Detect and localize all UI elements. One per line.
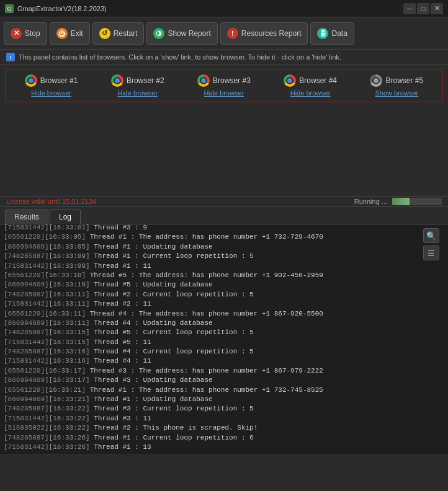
- show-report-icon: ◑: [153, 28, 164, 39]
- log-line: [65561220][16:33:17] Thread #3 : The add…: [4, 366, 444, 376]
- browser-item-2: Browser #2 Hide browser: [111, 74, 164, 97]
- chrome-icon-5-gray: [370, 74, 382, 87]
- browser-item-5: Browser #5 Show browser: [370, 74, 423, 97]
- browser-item-4: Browser #4 Hide browser: [284, 74, 337, 97]
- log-line: [748285887][16:33:16] Thread #4 : Curren…: [4, 347, 444, 356]
- tab-log[interactable]: Log: [50, 210, 81, 224]
- log-line: [715831442][16:33:11] Thread #2 : 11: [4, 299, 444, 309]
- browser-1-top: Browser #1: [25, 74, 78, 87]
- chrome-icon-3: [197, 74, 210, 87]
- info-bar: i This panel contains list of browsers. …: [0, 50, 448, 65]
- search-log-button[interactable]: 🔍: [423, 228, 439, 243]
- log-line: [866994609][16:33:10] Thread #5 : Updati…: [4, 280, 444, 290]
- restart-label: Restart: [114, 29, 138, 38]
- chrome-icon-2: [111, 74, 123, 87]
- browser-5-action[interactable]: Show browser: [375, 89, 418, 97]
- log-line: [65561220][16:33:05] Thread #1 : The add…: [4, 232, 444, 242]
- restart-button[interactable]: ↺ Restart: [92, 22, 145, 45]
- progress-fill: [392, 198, 410, 205]
- resources-report-button[interactable]: ! Resources Report: [220, 22, 308, 45]
- log-line: [715831442][16:33:22] Thread #3 : 11: [4, 414, 444, 423]
- show-report-button[interactable]: ◑ Show Report: [146, 22, 217, 45]
- log-line: [866994609][16:33:21] Thread #1 : Updati…: [4, 395, 444, 404]
- log-line: [715831442][16:33:09] Thread #1 : 11: [4, 262, 444, 271]
- log-line: [516835022][16:33:22] Thread #2 : This p…: [4, 423, 444, 433]
- running-area: Running ...: [354, 198, 442, 205]
- title-bar-controls: ─ □ ✕: [403, 3, 443, 14]
- info-icon: i: [6, 53, 15, 61]
- browser-4-name: Browser #4: [299, 76, 337, 85]
- title-bar: G GmapExtractorV2(18.2.2023) ─ □ ✕: [0, 0, 448, 17]
- toolbar: ✕ Stop ⏻ Exit ↺ Restart ◑ Show Report ! …: [0, 17, 448, 50]
- browser-3-name: Browser #3: [213, 76, 251, 85]
- title-bar-left: G GmapExtractorV2(18.2.2023): [5, 4, 107, 13]
- chrome-icon-4: [284, 74, 296, 87]
- log-line: [748285887][16:33:26] Thread #1 : Curren…: [4, 433, 444, 443]
- separator-dots[interactable]: ......: [0, 187, 448, 196]
- stop-label: Stop: [25, 29, 40, 38]
- data-label: Data: [331, 29, 347, 38]
- browser-item-1: Browser #1 Hide browser: [25, 74, 78, 97]
- browser-5-name: Browser #5: [385, 76, 423, 85]
- browser-4-action[interactable]: Hide browser: [290, 89, 331, 97]
- exit-icon: ⏻: [56, 28, 68, 39]
- show-report-label: Show Report: [168, 29, 210, 38]
- progress-bar: [392, 198, 442, 205]
- running-label: Running ...: [354, 198, 387, 205]
- log-line: [748285887][16:33:22] Thread #3 : Curren…: [4, 404, 444, 414]
- resources-report-label: Resources Report: [241, 29, 302, 38]
- data-button[interactable]: 🗄 Data: [310, 22, 354, 45]
- browser-1-name: Browser #1: [40, 76, 78, 85]
- log-line: [715831442][16:33:15] Thread #5 : 11: [4, 338, 444, 347]
- log-line: [715831442][16:33:16] Thread #4 : 11: [4, 356, 444, 366]
- browser-3-top: Browser #3: [197, 74, 251, 87]
- minimize-button[interactable]: ─: [403, 3, 416, 14]
- log-line: [715831442][16:33:26] Thread #1 : 13: [4, 443, 444, 452]
- log-line: [866994609][16:33:11] Thread #4 : Updati…: [4, 319, 444, 328]
- browser-5-top: Browser #5: [370, 74, 423, 87]
- close-button[interactable]: ✕: [431, 3, 443, 14]
- tabs-bar: Results Log: [0, 207, 448, 224]
- log-line: [748285887][16:33:11] Thread #2 : Curren…: [4, 290, 444, 299]
- browser-2-action[interactable]: Hide browser: [117, 89, 158, 97]
- info-message: This panel contains list of browsers. Cl…: [19, 53, 341, 61]
- log-line: [715831442][16:33:01] Thread #3 : 9: [4, 224, 444, 232]
- tab-results-label: Results: [14, 213, 39, 221]
- tab-log-label: Log: [59, 213, 71, 221]
- license-text: License valid until 15.01.2124: [6, 198, 96, 205]
- resources-report-icon: !: [227, 28, 238, 39]
- browser-panel: Browser #1 Hide browser Browser #2 Hide …: [5, 69, 443, 102]
- status-bar: License valid until 15.01.2124 Running .…: [0, 196, 448, 207]
- exit-label: Exit: [71, 29, 83, 38]
- log-line: [65561220][16:33:11] Thread #4 : The add…: [4, 309, 444, 319]
- menu-log-button[interactable]: ☰: [423, 246, 439, 260]
- stop-button[interactable]: ✕ Stop: [4, 22, 47, 45]
- browser-3-action[interactable]: Hide browser: [204, 89, 244, 97]
- log-scroll[interactable]: [715831442][16:33:01] Thread #3 : 9[6556…: [0, 224, 448, 454]
- log-toolbar: 🔍 ☰: [423, 228, 439, 260]
- log-line: [65561220][16:33:21] Thread #1 : The add…: [4, 386, 444, 395]
- log-line: [748285887][16:33:09] Thread #1 : Curren…: [4, 252, 444, 261]
- log-line: [65561220][16:33:10] Thread #5 : The add…: [4, 271, 444, 280]
- browser-item-3: Browser #3 Hide browser: [197, 74, 251, 97]
- browser-2-top: Browser #2: [111, 74, 164, 87]
- restart-icon: ↺: [99, 28, 110, 39]
- log-line: [748285887][16:33:15] Thread #5 : Curren…: [4, 328, 444, 337]
- exit-button[interactable]: ⏻ Exit: [50, 22, 90, 45]
- browser-2-name: Browser #2: [127, 76, 164, 85]
- browser-1-action[interactable]: Hide browser: [31, 89, 71, 97]
- browser-4-top: Browser #4: [284, 74, 337, 87]
- log-line: [866994609][16:33:17] Thread #3 : Updati…: [4, 376, 444, 385]
- data-icon: 🗄: [317, 28, 328, 39]
- chrome-icon-1: [25, 74, 37, 87]
- maximize-button[interactable]: □: [417, 3, 429, 14]
- log-area-wrapper: [715831442][16:33:01] Thread #3 : 9[6556…: [0, 224, 448, 454]
- middle-area: [0, 106, 448, 187]
- tab-results[interactable]: Results: [5, 210, 48, 224]
- log-line: [866994609][16:33:05] Thread #1 : Updati…: [4, 242, 444, 252]
- app-title: GmapExtractorV2(18.2.2023): [17, 5, 107, 12]
- stop-icon: ✕: [11, 28, 22, 39]
- app-icon: G: [5, 4, 14, 13]
